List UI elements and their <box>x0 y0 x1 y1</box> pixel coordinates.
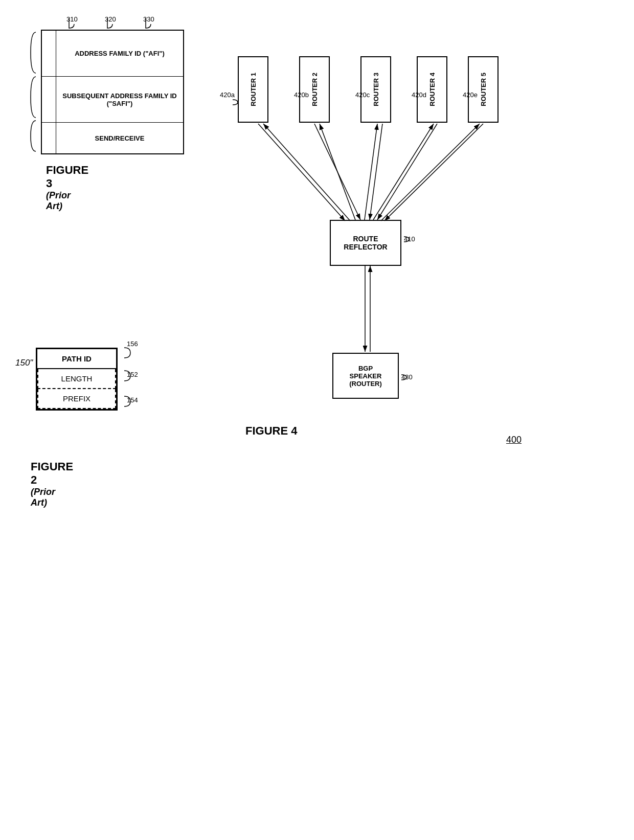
fig3-sr-text: SEND/RECEIVE <box>56 123 183 153</box>
fig3-safi-side <box>42 77 56 122</box>
svg-line-9 <box>377 124 437 220</box>
page-container: 150" 156 152 154 PATH ID LENGTH <box>0 0 634 840</box>
fig4-label-400: 400 <box>506 435 522 445</box>
fig3-row-safi: SUBSEQUENT ADDRESS FAMILY ID ("SAFI") <box>42 77 183 123</box>
fig3-figure-label: FIGURE 3 <box>46 164 88 190</box>
fig3-afi-side <box>42 31 56 76</box>
svg-line-10 <box>381 124 480 221</box>
svg-line-5 <box>314 124 360 220</box>
fig4-figure-label: FIGURE 4 <box>245 424 297 438</box>
fig3-title: FIGURE 3 (Prior Art) <box>46 164 88 212</box>
fig3-subtitle: (Prior Art) <box>46 190 88 212</box>
fig2-prefix-row: PREFIX <box>37 389 116 409</box>
fig2-title: FIGURE 2 (Prior Art) <box>31 460 73 508</box>
fig3-side-brackets-svg <box>15 30 41 163</box>
fig3-table: ADDRESS FAMILY ID ("AFI") SUBSEQUENT ADD… <box>41 30 184 154</box>
fig3-safi-text: SUBSEQUENT ADDRESS FAMILY ID ("SAFI") <box>56 77 183 122</box>
fig2-length-row: LENGTH <box>37 369 116 389</box>
svg-line-6 <box>365 124 377 220</box>
fig3-sr-side <box>42 123 56 153</box>
fig3-row-sendrecv: SEND/RECEIVE <box>42 123 183 153</box>
fig2-subtitle: (Prior Art) <box>31 487 73 508</box>
svg-line-2 <box>263 124 350 221</box>
svg-line-8 <box>373 124 434 220</box>
fig2-path-id-row: PATH ID <box>37 349 116 369</box>
fig2-figure-label: FIGURE 2 <box>31 460 73 487</box>
fig2-diagram: 156 152 154 PATH ID LENGTH PREFIX <box>36 348 118 411</box>
svg-line-3 <box>258 124 345 221</box>
fig3-afi-text: ADDRESS FAMILY ID ("AFI") <box>56 31 183 76</box>
svg-line-11 <box>384 124 483 221</box>
fig2-label-150: 150" <box>15 358 33 368</box>
fig4-arrows-svg <box>220 15 527 435</box>
fig2-outer-box: PATH ID LENGTH PREFIX <box>36 348 118 411</box>
fig3-row-afi: ADDRESS FAMILY ID ("AFI") <box>42 31 183 77</box>
fig4-title: FIGURE 4 <box>245 424 297 438</box>
fig2-brackets-svg <box>120 345 135 427</box>
figure4-container: 420a ROUTER 1 420b ROUTER 2 420c ROUTER … <box>220 15 624 501</box>
svg-line-7 <box>370 124 382 220</box>
